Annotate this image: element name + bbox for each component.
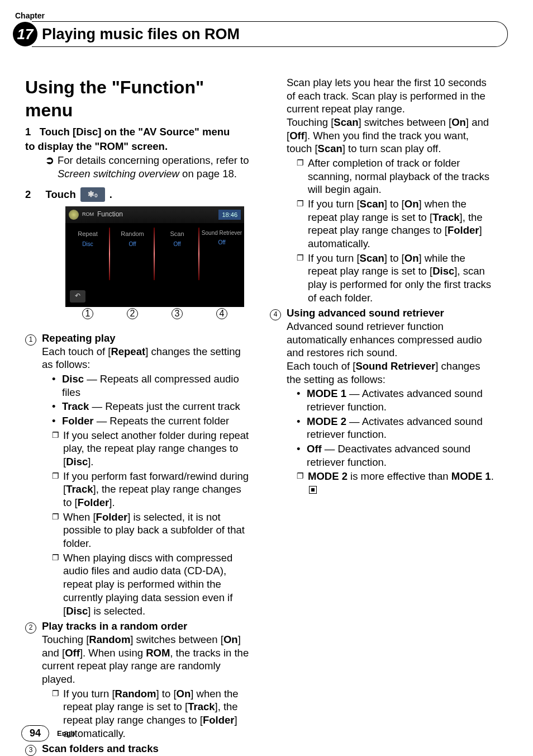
callout-4: 4 [216,308,227,319]
cell-value: Disc [65,241,110,248]
item-number: 1 [25,334,36,346]
note-icon: ❐ [52,429,63,469]
column-right: Scan play lets you hear the first 10 sec… [270,76,496,756]
rom-label: ROM [82,211,94,218]
item-random-order: 2 Play tracks in a random order Touching… [25,620,251,740]
rom-disc-icon [69,210,79,220]
heading-func: Function [120,77,196,97]
step-text: Touch [Disc] on the "AV Source" menu [40,126,230,138]
note-text: If you select another folder during repe… [63,429,251,469]
cell-label: Scan [155,230,199,238]
scan-toggle-text: Touching [Scan] switches between [On] an… [287,116,496,155]
item-sound-retriever: 4 Using advanced sound retriever Advance… [270,306,496,496]
back-icon: ↶ [70,290,85,303]
bullet-icon: • [52,414,62,428]
cell-label: Random [110,230,155,238]
cell-scan: Scan Off [155,223,199,285]
item-text: Touching [Random] switches between [On] … [42,633,251,686]
note-icon: ❐ [52,551,63,617]
item-text: Each touch of [Sound Retriever] changes … [287,360,496,386]
note-icon: ❐ [52,470,63,509]
bullet-text: Disc — Repeats all compressed audio file… [62,372,251,399]
text: on page 18. [179,168,237,179]
cell-value: Off [155,241,199,248]
cell-value: Off [199,239,244,247]
bullet-text: MODE 2 — Activates advanced sound retrie… [307,415,496,441]
item-number: 4 [270,309,281,320]
end-section-icon [309,486,317,494]
function-label: Function [97,210,123,219]
step-number: 2 [25,188,31,201]
chapter-title: Playing music files on ROM [42,26,240,43]
bullet-icon: • [297,442,307,469]
note-icon: ❐ [297,157,308,196]
chapter-header: 17 Playing music files on ROM [13,21,508,47]
note-text: When playing discs with compressed audio… [63,551,251,617]
cell-label: Repeat [65,230,110,238]
bullet-icon: • [52,372,62,399]
clock: 18:46 [218,210,241,220]
item-text: Advanced sound retriever function automa… [287,320,496,360]
note-icon: ❐ [297,197,308,251]
function-screenshot: ROM Function 18:46 Repeat Disc Random [65,206,244,319]
callout-1: 1 [82,308,93,319]
item-title: Play tracks in a random order [42,620,251,633]
note-text: If you perform fast forward/rewind durin… [63,470,251,509]
bullet-icon: • [52,400,62,413]
language-code: Engb [57,729,75,738]
item-repeating-play: 1 Repeating play Each touch of [Repeat] … [25,332,251,617]
item-scan: 3 Scan folders and tracks [25,742,251,756]
cell-label: Sound Retriever [199,230,244,236]
item-intro: Each touch of [Repeat] changes the setti… [42,345,251,371]
scan-intro: Scan play lets you hear the first 10 sec… [287,76,496,116]
bullet-text: MODE 1 — Activates advanced sound retrie… [307,387,496,413]
note-icon: ❐ [52,511,63,550]
item-title: Using advanced sound retriever [287,306,496,320]
callout-2: 2 [127,308,138,319]
bullet-text: Track — Repeats just the current track [62,400,240,413]
bullet-icon: • [297,415,307,441]
cell-random: Random Off [110,223,155,285]
step-number: 1 [25,126,31,138]
arrow-icon: ➲ [45,154,58,180]
item-title: Scan folders and tracks [42,742,251,755]
item-number: 3 [25,745,36,756]
cell-sound-retriever: Sound Retriever Off [199,223,244,285]
page-number: 94 [21,725,49,741]
note-text: If you turn [Scan] to [On] while the rep… [308,252,496,305]
callout-3: 3 [172,308,183,319]
chapter-label: Chapter [15,11,508,20]
note-text: If you turn [Random] to [On] when the re… [63,687,251,740]
bullet-text: Folder — Repeats the current folder [62,414,229,428]
bullet-icon: • [297,387,307,413]
step-text: Touch [46,188,76,201]
step-1: 1 Touch [Disc] on the "AV Source" menu [25,125,251,139]
text: For details concerning operations, refer… [58,154,249,166]
note-text: After completion of track or folder scan… [308,157,496,196]
heading-text: Using the " [25,77,120,97]
note-text: MODE 2 is more effective than MODE 1. [308,470,496,496]
note-icon: ❐ [297,470,308,496]
step-2: 2 Touch ✱₀ . [25,187,251,202]
ref-text: For details concerning operations, refer… [58,154,251,180]
chapter-title-frame: Playing music files on ROM [32,21,508,47]
note-icon: ❐ [297,252,308,305]
section-heading: Using the "Function" menu [25,76,251,122]
cell-value: Off [110,241,155,248]
step-1-cont: to display the "ROM" screen. [25,140,251,153]
note-text: If you turn [Scan] to [On] when the repe… [308,197,496,251]
page-footer: 94 Engb [21,725,75,741]
ref-bullet: ➲ For details concerning operations, ref… [45,154,251,180]
function-gear-icon: ✱₀ [80,187,105,202]
column-left: Using the "Function" menu 1 Touch [Disc]… [25,76,251,756]
bullet-text: Off — Deactivates advanced sound retriev… [307,442,496,469]
chapter-number-badge: 17 [13,22,37,46]
callout-row: 1 2 3 4 [65,308,244,319]
note-text: When [Folder] is selected, it is not pos… [63,511,251,550]
ref-italic: Screen switching overview [58,168,179,179]
item-title: Repeating play [42,332,251,345]
step-text: . [110,188,112,201]
item-number: 2 [25,622,36,634]
cell-repeat: Repeat Disc [65,223,110,285]
